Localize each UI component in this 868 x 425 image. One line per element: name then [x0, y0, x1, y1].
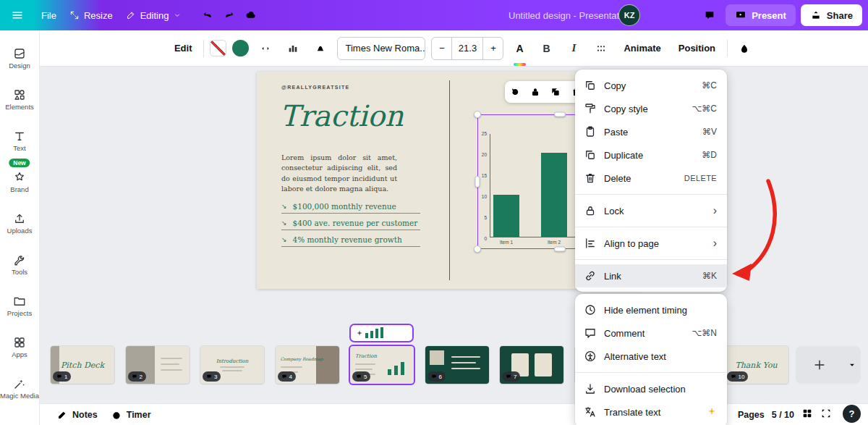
- sidebar-item-design[interactable]: Design: [0, 38, 39, 79]
- line-style-button[interactable]: [310, 38, 331, 59]
- menu-item-lock[interactable]: Lock ›: [575, 199, 727, 222]
- animate-button[interactable]: Animate: [618, 37, 666, 60]
- font-family-selector[interactable]: Times New Roma...: [337, 37, 425, 60]
- revenue-bullet-list[interactable]: ↘ $100,000 monthly revenue ↘ $400 ave. r…: [281, 202, 420, 247]
- page-badge[interactable]: 1: [53, 371, 71, 382]
- selection-handle-bottom-left[interactable]: [474, 245, 481, 253]
- menu-item-comment[interactable]: Comment ⌥⌘N: [575, 321, 727, 345]
- design-title[interactable]: Untitled design - Presentation: [509, 0, 632, 30]
- menu-item-download-selection[interactable]: Download selection: [575, 377, 727, 400]
- page-badge[interactable]: 3: [203, 371, 221, 382]
- page-badge[interactable]: 2: [128, 371, 146, 382]
- resize-button[interactable]: Resize: [63, 4, 119, 27]
- sidebar-item-apps[interactable]: Apps: [0, 327, 39, 368]
- editing-mode-dropdown[interactable]: Editing: [119, 4, 189, 27]
- transparency-button[interactable]: [733, 38, 755, 59]
- avatar[interactable]: KZ: [618, 4, 640, 26]
- grid-view-icon: [801, 408, 813, 419]
- position-button[interactable]: Position: [673, 37, 721, 60]
- insights-button[interactable]: [672, 4, 694, 26]
- menu-item-copy-style[interactable]: Copy style ⌥⌘C: [575, 97, 727, 120]
- menu-item-copy[interactable]: Copy ⌘C: [575, 74, 727, 97]
- slide-title-text[interactable]: Traction: [280, 99, 404, 132]
- spacing-button[interactable]: [255, 38, 276, 59]
- bullet-row[interactable]: ↘ $400 ave. revenue per customer: [281, 219, 420, 230]
- page-thumbnail-4[interactable]: Company Roadmap 4: [276, 346, 339, 384]
- page-thumbnail-6[interactable]: 6: [425, 346, 489, 384]
- more-formatting-button[interactable]: [590, 38, 612, 59]
- timer-button[interactable]: Timer: [104, 405, 158, 424]
- page-thumbnail-10[interactable]: Thank You 10: [725, 346, 788, 384]
- present-button[interactable]: Present: [726, 4, 796, 26]
- duplicate-button[interactable]: [547, 83, 564, 101]
- grid-view-button[interactable]: [801, 408, 813, 422]
- undo-button[interactable]: [197, 4, 218, 26]
- help-button[interactable]: ?: [843, 405, 861, 423]
- canvas-area[interactable]: @REALLYGREATSITE Traction Lorem ipsum do…: [40, 67, 868, 319]
- rotate-button[interactable]: [506, 83, 524, 101]
- translate-icon: [584, 405, 597, 418]
- fullscreen-button[interactable]: [820, 408, 832, 422]
- menu-item-align-to-page[interactable]: Align to page ›: [575, 232, 727, 255]
- menu-item-paste[interactable]: Paste ⌘V: [575, 120, 727, 143]
- bold-button[interactable]: B: [535, 38, 557, 59]
- edit-label: Edit: [174, 43, 192, 54]
- add-page-button[interactable]: [796, 346, 861, 384]
- expand-pages-chevron[interactable]: [843, 360, 861, 370]
- slide-body-text[interactable]: Lorem ipsum dolor sit amet, consectetur …: [281, 153, 397, 194]
- sidebar-item-elements[interactable]: Elements: [0, 79, 39, 120]
- share-button[interactable]: Share: [801, 4, 862, 26]
- fill-color-swatch[interactable]: [232, 40, 249, 56]
- page-badge[interactable]: 10: [727, 371, 749, 382]
- page-thumbnail-1[interactable]: Pitch Deck 1: [51, 346, 114, 384]
- edit-chart-button[interactable]: Edit: [153, 37, 198, 60]
- menu-item-hide-element-timing[interactable]: Hide element timing: [575, 298, 727, 321]
- comment-bubble-icon: [704, 9, 715, 21]
- sidebar-item-tools[interactable]: Tools: [0, 244, 39, 285]
- menu-item-link[interactable]: Link ⌘K: [575, 264, 727, 287]
- page-badge[interactable]: 7: [502, 371, 520, 382]
- comments-button[interactable]: [699, 4, 720, 26]
- text-color-button[interactable]: A: [509, 38, 529, 59]
- font-size-increase[interactable]: +: [483, 38, 503, 59]
- chart-bar[interactable]: [493, 195, 519, 237]
- element-timing-bar[interactable]: [349, 324, 414, 342]
- add-member-button[interactable]: [645, 4, 667, 26]
- menu-item-duplicate[interactable]: Duplicate ⌘D: [575, 143, 727, 167]
- menu-item-translate-text[interactable]: Translate text: [575, 400, 727, 424]
- notes-button[interactable]: Notes: [50, 405, 104, 424]
- selection-handle-top-left[interactable]: [474, 111, 481, 118]
- page-thumbnail-5-selected[interactable]: Traction 5: [350, 346, 414, 384]
- main-menu-button[interactable]: [0, 0, 35, 30]
- chart-type-button[interactable]: [282, 38, 304, 59]
- page-badge[interactable]: 4: [278, 371, 296, 382]
- sidebar-item-brand[interactable]: New Brand: [0, 161, 39, 203]
- plus-icon[interactable]: [796, 358, 843, 372]
- selection-handle-top-mid[interactable]: [554, 112, 566, 117]
- menu-item-alternative-text[interactable]: Alternative text: [575, 345, 727, 368]
- page-thumbnail-2[interactable]: 2: [126, 346, 190, 384]
- stroke-color-swatch[interactable]: [210, 40, 226, 56]
- menu-item-delete[interactable]: Delete DELETE: [575, 167, 727, 190]
- site-handle-text[interactable]: @REALLYGREATSITE: [281, 85, 350, 90]
- chart-bar[interactable]: [541, 153, 567, 237]
- selection-handle-bottom-mid[interactable]: [554, 247, 566, 252]
- page-badge[interactable]: 5: [352, 371, 370, 382]
- italic-button[interactable]: I: [563, 38, 584, 59]
- bullet-row[interactable]: ↘ 4% monthly revenue growth: [281, 235, 420, 247]
- selection-handle-left-mid[interactable]: [475, 176, 480, 188]
- page-thumbnail-7[interactable]: 7: [500, 346, 563, 384]
- page-thumbnail-3[interactable]: Introduction 3: [200, 346, 264, 384]
- lock-button[interactable]: [527, 83, 544, 101]
- font-size-decrease[interactable]: −: [432, 38, 451, 59]
- redo-button[interactable]: [218, 4, 240, 26]
- page-badge[interactable]: 6: [427, 371, 446, 382]
- sidebar-item-uploads[interactable]: Uploads: [0, 203, 39, 244]
- file-menu-button[interactable]: File: [35, 4, 63, 27]
- sidebar-item-text[interactable]: Text: [0, 120, 39, 161]
- sidebar-item-projects[interactable]: Projects: [0, 285, 39, 327]
- bullet-row[interactable]: ↘ $100,000 monthly revenue: [281, 202, 420, 214]
- sidebar-item-magic-media[interactable]: Magic Media: [0, 368, 39, 409]
- pages-label[interactable]: Pages: [738, 410, 765, 420]
- font-size-value[interactable]: 21.3: [451, 38, 483, 59]
